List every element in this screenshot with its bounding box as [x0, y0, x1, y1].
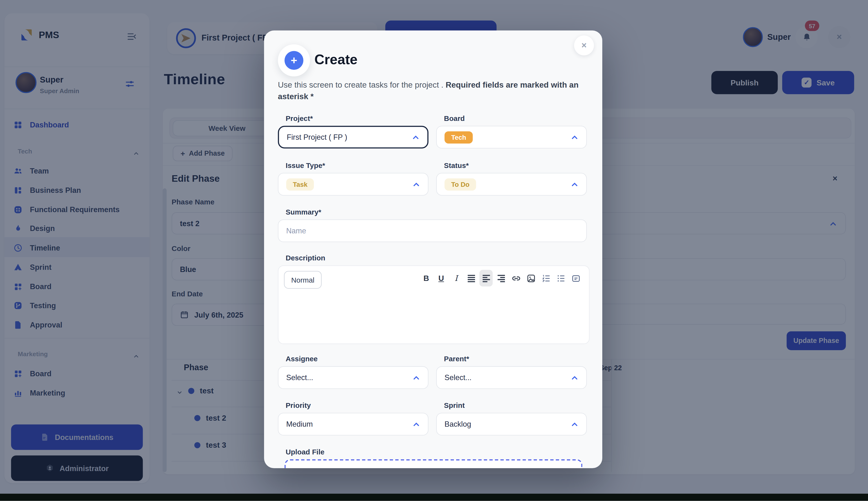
assignee-value: Select... — [286, 373, 313, 382]
status-select[interactable]: To Do — [436, 173, 586, 195]
align-justify-icon[interactable] — [464, 270, 477, 287]
issue-type-label: Issue Type* — [286, 161, 325, 169]
italic-icon[interactable]: I — [449, 270, 463, 287]
sprint-select[interactable]: Backlog — [436, 413, 586, 435]
summary-label: Summary* — [286, 208, 321, 216]
assignee-select[interactable]: Select... — [278, 366, 428, 389]
format-value: Normal — [291, 276, 315, 284]
project-select-value: First Project ( FP ) — [287, 133, 347, 141]
chevron-up-icon — [570, 133, 579, 142]
chevron-up-icon — [570, 180, 579, 189]
align-left-icon[interactable] — [479, 270, 493, 287]
modal-title: Create — [315, 52, 358, 68]
sprint-label: Sprint — [444, 401, 465, 409]
project-select[interactable]: First Project ( FP ) — [278, 126, 428, 148]
chevron-up-icon — [570, 420, 579, 429]
sprint-value: Backlog — [444, 420, 471, 428]
status-label: Status* — [444, 161, 469, 169]
issue-type-select[interactable]: Task — [278, 173, 428, 195]
status-value: To Do — [444, 178, 476, 190]
bullet-list-icon[interactable] — [554, 270, 567, 287]
parent-select[interactable]: Select... — [436, 366, 586, 389]
ordered-list-icon[interactable] — [539, 270, 552, 287]
parent-label: Parent* — [444, 354, 469, 363]
editor-content-area[interactable] — [278, 292, 589, 344]
align-right-icon[interactable] — [494, 270, 507, 287]
issue-type-value: Task — [286, 178, 314, 190]
modal-subtitle-text: Use this screen to create tasks for the … — [278, 81, 446, 89]
plus-circle-icon: + — [285, 51, 303, 70]
link-icon[interactable] — [509, 270, 523, 287]
chevron-up-icon — [570, 373, 579, 382]
bold-icon[interactable]: B — [419, 270, 433, 287]
modal-close-button[interactable]: × — [574, 35, 594, 55]
priority-select[interactable]: Medium — [278, 413, 428, 435]
project-label: Project* — [286, 114, 313, 122]
plus-glyph: + — [291, 54, 297, 67]
bottom-taskbar — [0, 494, 868, 501]
chevron-up-icon — [411, 133, 420, 142]
board-select-value: Tech — [444, 131, 473, 143]
modal-subtitle: Use this screen to create tasks for the … — [278, 79, 580, 102]
parent-value: Select... — [444, 373, 472, 382]
description-label: Description — [286, 254, 325, 262]
assignee-label: Assignee — [286, 354, 318, 363]
image-icon[interactable] — [524, 270, 537, 287]
close-icon: × — [581, 41, 586, 51]
upload-file-label: Upload File — [286, 448, 325, 456]
format-dropdown[interactable]: Normal — [284, 271, 322, 289]
chevron-up-icon — [412, 420, 421, 429]
board-select[interactable]: Tech — [436, 126, 586, 148]
editor-toolbar: B U I — [419, 270, 582, 287]
summary-input[interactable] — [278, 220, 587, 242]
board-label: Board — [444, 114, 465, 122]
upload-dropzone[interactable] — [285, 459, 582, 468]
chevron-up-icon — [412, 180, 421, 189]
priority-value: Medium — [286, 420, 313, 428]
underline-icon[interactable]: U — [435, 270, 448, 287]
priority-label: Priority — [286, 401, 311, 409]
chevron-up-icon — [412, 373, 421, 382]
code-block-icon[interactable] — [569, 270, 582, 287]
create-task-modal: + Create × Use this screen to create tas… — [264, 30, 602, 468]
description-editor[interactable]: Normal B U I — [278, 265, 590, 344]
app-window: PMS Super Super Admin Dashboard Tech Tea… — [0, 0, 868, 501]
